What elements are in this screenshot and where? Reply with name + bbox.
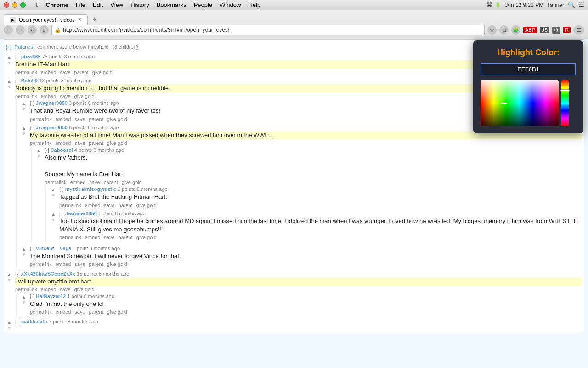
window-buttons[interactable]	[4, 2, 26, 8]
color-hue-slider[interactable]	[561, 80, 569, 126]
people-menu[interactable]: People	[191, 0, 215, 9]
collapse-toggle[interactable]: [-]	[15, 271, 20, 276]
give-gold-link[interactable]: give gold	[122, 179, 142, 185]
give-gold-link[interactable]: give gold	[107, 140, 127, 146]
collapse-toggle[interactable]: [-]	[59, 211, 64, 216]
embed-link[interactable]: embed	[85, 235, 101, 240]
apple-menu[interactable]: 	[33, 0, 42, 9]
upvote-arrow[interactable]: ▲	[7, 320, 11, 325]
give-gold-link[interactable]: give gold	[74, 93, 95, 99]
embed-link[interactable]: embed	[70, 179, 86, 185]
embed-link[interactable]: embed	[85, 202, 101, 208]
permalink-link[interactable]: permalink	[59, 202, 81, 208]
save-link[interactable]: save	[60, 69, 70, 75]
collapse-toggle[interactable]: [-]	[59, 186, 64, 192]
cast-button[interactable]: ⊡	[499, 25, 509, 34]
window-menu[interactable]: Window	[216, 0, 244, 9]
vote-arrows[interactable]: ▲ ▼	[6, 54, 12, 66]
downvote-arrow[interactable]: ▼	[51, 217, 56, 223]
permalink-link[interactable]: permalink	[30, 116, 52, 122]
downvote-arrow[interactable]: ▼	[7, 84, 11, 90]
vote-arrows[interactable]: ▲ ▼	[6, 271, 12, 283]
upvote-arrow[interactable]: ▲	[22, 247, 26, 252]
comment-username[interactable]: Vincent__Vega	[36, 246, 71, 251]
downvote-arrow[interactable]: ▼	[22, 252, 26, 258]
upvote-arrow[interactable]: ▲	[51, 187, 56, 193]
comment-username[interactable]: caitlikesith	[21, 319, 47, 324]
upvote-arrow[interactable]: ▲	[7, 272, 11, 277]
back-button[interactable]: ←	[4, 25, 13, 34]
save-link[interactable]: save	[74, 261, 85, 267]
expand-collapsed[interactable]: [+]	[6, 44, 12, 50]
comment-username[interactable]: jdew666	[21, 54, 41, 59]
permalink-link[interactable]: permalink	[30, 309, 52, 315]
embed-link[interactable]: embed	[41, 69, 57, 75]
help-menu[interactable]: Help	[245, 0, 264, 9]
save-link[interactable]: save	[74, 309, 85, 315]
color-hex-input[interactable]	[481, 63, 576, 75]
edit-menu[interactable]: Edit	[90, 0, 106, 9]
forward-button[interactable]: →	[16, 25, 25, 34]
collapse-toggle[interactable]: [-]	[30, 125, 34, 130]
comment-username[interactable]: Jwagner0850	[36, 125, 68, 130]
comment-username[interactable]: xXx420hitzSCopeZxXx	[21, 271, 75, 276]
save-link[interactable]: save	[74, 116, 85, 122]
permalink-link[interactable]: permalink	[45, 179, 67, 185]
close-button[interactable]	[4, 2, 9, 8]
downvote-arrow[interactable]: ▼	[22, 107, 26, 112]
comment-username[interactable]: Jwagner0850	[65, 211, 97, 216]
embed-link[interactable]: embed	[41, 93, 57, 99]
comment-username[interactable]: Jwagner0850	[36, 100, 68, 106]
embed-link[interactable]: embed	[56, 261, 71, 267]
upvote-arrow[interactable]: ▲	[51, 212, 56, 217]
list-icon[interactable]: ☰	[579, 1, 584, 8]
embed-link[interactable]: embed	[56, 309, 71, 315]
color-gradient-box[interactable]	[481, 80, 559, 126]
upvote-arrow[interactable]: ▲	[22, 126, 26, 131]
minimize-button[interactable]	[12, 2, 17, 8]
save-link[interactable]: save	[60, 287, 70, 292]
downvote-arrow[interactable]: ▼	[7, 325, 11, 331]
vote-arrows[interactable]: ▲ ▼	[50, 211, 57, 223]
history-menu[interactable]: History	[127, 0, 152, 9]
collapse-toggle[interactable]: [-]	[15, 319, 20, 324]
downvote-arrow[interactable]: ▼	[7, 277, 11, 283]
extra-icon[interactable]: ⚙	[552, 27, 560, 34]
chrome-menu[interactable]: Chrome	[43, 0, 72, 9]
maximize-button[interactable]	[20, 2, 26, 8]
parent-link[interactable]: parent	[104, 179, 118, 185]
parent-link[interactable]: parent	[89, 309, 103, 315]
parent-link[interactable]: parent	[74, 69, 89, 75]
embed-link[interactable]: embed	[56, 140, 71, 146]
collapse-toggle[interactable]: [-]	[15, 54, 20, 59]
file-menu[interactable]: File	[73, 0, 89, 9]
upvote-arrow[interactable]: ▲	[22, 294, 26, 300]
upvote-arrow[interactable]: ▲	[22, 101, 26, 107]
parent-link[interactable]: parent	[119, 202, 133, 208]
permalink-link[interactable]: permalink	[15, 93, 37, 99]
give-gold-link[interactable]: give gold	[136, 202, 157, 208]
address-bar-wrap[interactable]: 🔒	[51, 25, 485, 35]
home-button[interactable]: ⌂	[40, 25, 49, 34]
bookmark-button[interactable]: ☆	[487, 25, 497, 34]
adblock-icon[interactable]: ABP	[523, 27, 537, 33]
give-gold-link[interactable]: give gold	[92, 69, 113, 75]
browser-tab[interactable]: ▶ Open your eyes! : videos ✕	[4, 14, 88, 25]
vote-arrows[interactable]: ▲ ▼	[21, 246, 27, 258]
refresh-button[interactable]: ↻	[28, 25, 37, 34]
new-tab-button[interactable]: +	[88, 14, 102, 25]
extensions-button[interactable]: 🧩	[511, 25, 520, 34]
parent-link[interactable]: parent	[89, 261, 103, 267]
parent-link[interactable]: parent	[119, 235, 133, 240]
downvote-arrow[interactable]: ▼	[22, 131, 26, 137]
vote-arrows[interactable]: ▲ ▼	[35, 147, 42, 159]
collapse-toggle[interactable]: [-]	[30, 246, 34, 251]
collapse-toggle[interactable]: [-]	[15, 78, 20, 83]
menu-button[interactable]: ☰	[573, 25, 584, 34]
bookmarks-menu[interactable]: Bookmarks	[153, 0, 190, 9]
give-gold-link[interactable]: give gold	[74, 287, 95, 292]
comment-username[interactable]: mysticalmisogynistic	[65, 186, 116, 192]
collapse-toggle[interactable]: [-]	[45, 147, 49, 153]
redd-icon[interactable]: R	[563, 27, 571, 33]
give-gold-link[interactable]: give gold	[107, 116, 127, 122]
